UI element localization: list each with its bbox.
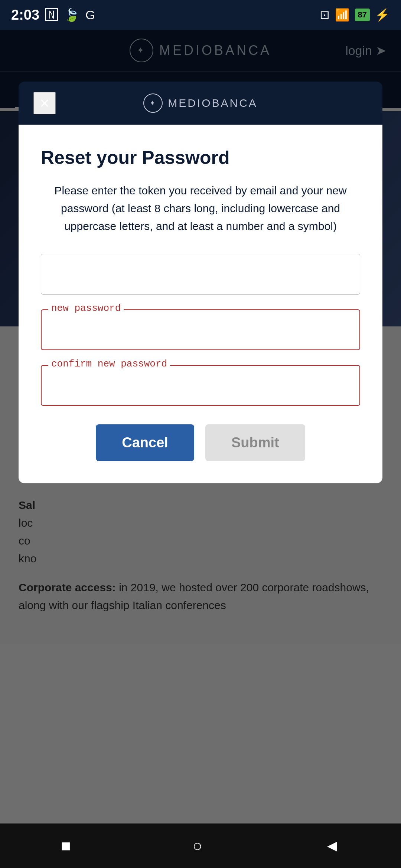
modal-brand-logo: ✦ MEDIOBANCA	[143, 93, 258, 113]
modal-body: Reset your Password Please enter the tok…	[19, 125, 382, 483]
new-password-field-wrapper: new password	[41, 309, 360, 350]
token-field-wrapper	[41, 254, 360, 295]
modal-description: Please enter the token you received by e…	[41, 182, 360, 235]
modal-buttons: Cancel Submit	[41, 424, 360, 461]
confirm-password-label: confirm new password	[48, 358, 170, 369]
nav-home-icon[interactable]: ○	[192, 836, 202, 855]
confirm-password-field-wrapper: confirm new password	[41, 365, 360, 406]
modal-brand-name: MEDIOBANCA	[168, 97, 258, 109]
battery-icon: 87	[355, 9, 370, 21]
close-icon: ×	[40, 94, 49, 112]
new-password-input[interactable]	[41, 309, 360, 350]
google-icon: G	[85, 8, 95, 22]
modal-logo-emblem: ✦	[143, 93, 163, 113]
status-left: 2:03 🄽 🍃 G	[11, 7, 95, 23]
reset-password-modal: × ✦ MEDIOBANCA Reset your Password Pleas…	[19, 82, 382, 483]
modal-close-button[interactable]: ×	[33, 92, 56, 114]
status-right: ⊡ 📶 87 ⚡	[320, 8, 390, 22]
lightning-icon: ⚡	[375, 8, 390, 22]
submit-button[interactable]: Submit	[205, 424, 305, 461]
nav-square-icon[interactable]: ■	[61, 836, 71, 855]
wifi-icon: 📶	[335, 8, 350, 22]
status-bar: 2:03 🄽 🍃 G ⊡ 📶 87 ⚡	[0, 0, 401, 30]
new-password-label: new password	[48, 303, 124, 314]
nfc-icon: 🄽	[45, 8, 58, 22]
nav-back-icon[interactable]: ◄	[324, 836, 340, 855]
token-input[interactable]	[41, 254, 360, 295]
confirm-password-input[interactable]	[41, 365, 360, 406]
cancel-button[interactable]: Cancel	[96, 424, 194, 461]
status-time: 2:03	[11, 7, 39, 23]
screen-icon: ⊡	[320, 8, 330, 22]
modal-title: Reset your Password	[41, 147, 360, 168]
modal-header-bar: × ✦ MEDIOBANCA	[19, 82, 382, 125]
bottom-navigation: ■ ○ ◄	[0, 823, 401, 868]
leaf-icon: 🍃	[64, 7, 79, 22]
